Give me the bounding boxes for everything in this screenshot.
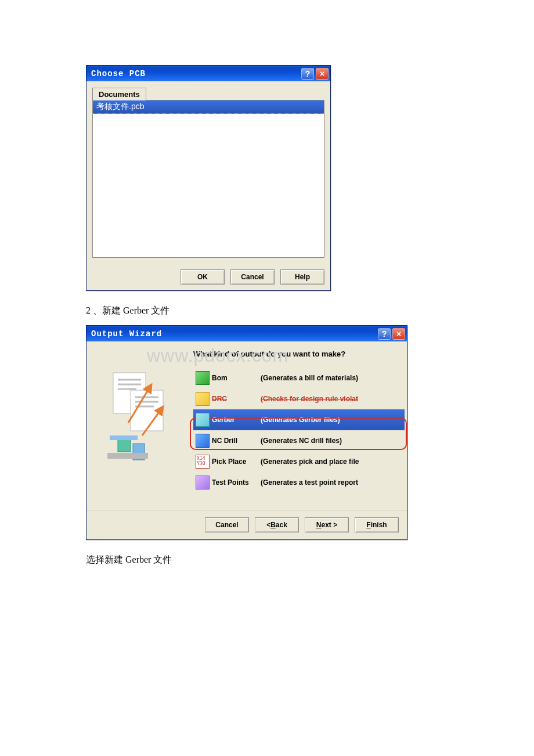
cancel-button[interactable]: Cancel xyxy=(230,269,275,285)
option-desc: (Generates pick and place file xyxy=(261,458,359,466)
option-gerber[interactable]: Gerber (Generates Gerber files) xyxy=(193,409,405,430)
next-button[interactable]: Next > xyxy=(305,517,349,532)
bom-icon xyxy=(193,371,212,385)
titlebar: Output Wizard ? × xyxy=(86,326,407,341)
option-desc: (Generates a test point report xyxy=(261,478,358,487)
titlebar: Choose PCB ? × xyxy=(86,66,330,81)
close-icon[interactable]: × xyxy=(316,68,329,80)
help-button[interactable]: Help xyxy=(280,269,324,285)
wizard-heading: What kind of output do you want to make? xyxy=(193,350,405,358)
select-gerber-text: 选择新建 Gerber 文件 xyxy=(86,554,534,566)
finish-button[interactable]: Finish xyxy=(355,517,399,532)
gerber-icon xyxy=(193,413,212,427)
ok-button[interactable]: OK xyxy=(181,269,225,285)
cancel-button[interactable]: Cancel xyxy=(205,517,249,532)
list-item[interactable]: 考核文件.pcb xyxy=(93,100,324,114)
option-desc: (Generates NC drill files) xyxy=(261,437,342,445)
dialog-title: Output Wizard xyxy=(91,329,378,339)
dialog-title: Choose PCB xyxy=(91,69,301,78)
tab-documents[interactable]: Documents xyxy=(92,88,146,100)
wizard-illustration xyxy=(86,341,193,510)
output-wizard-dialog: Output Wizard ? × xyxy=(86,325,407,540)
option-test-points[interactable]: Test Points (Generates a test point repo… xyxy=(193,472,405,493)
close-icon[interactable]: × xyxy=(392,328,405,340)
option-name: Bom xyxy=(212,374,261,382)
back-button[interactable]: < Back xyxy=(255,517,299,532)
step-2-text: 2 、新建 Gerber 文件 xyxy=(86,305,534,317)
option-bom[interactable]: Bom (Generates a bill of materials) xyxy=(193,368,405,388)
option-name: Gerber xyxy=(212,416,261,424)
help-icon[interactable]: ? xyxy=(301,68,314,80)
test-points-icon xyxy=(193,476,212,489)
choose-pcb-dialog: Choose PCB ? × Documents 考核文件.pcb OK Can… xyxy=(86,65,331,291)
drc-icon xyxy=(193,392,212,406)
help-icon[interactable]: ? xyxy=(378,328,391,340)
option-drc[interactable]: DRC (Checks for design rule violat xyxy=(193,388,405,409)
option-name: Pick Place xyxy=(212,458,261,466)
option-name: NC Drill xyxy=(212,437,261,445)
pcb-listbox[interactable]: 考核文件.pcb xyxy=(92,100,324,258)
svg-rect-12 xyxy=(107,453,148,459)
svg-rect-13 xyxy=(110,435,138,440)
option-desc: (Generates a bill of materials) xyxy=(261,374,358,382)
option-desc: (Checks for design rule violat xyxy=(261,395,358,403)
output-type-list[interactable]: Bom (Generates a bill of materials) DRC … xyxy=(193,368,405,493)
tab-strip: Documents xyxy=(92,86,324,100)
option-nc-drill[interactable]: NC Drill (Generates NC drill files) xyxy=(193,430,405,451)
nc-drill-icon xyxy=(193,434,212,448)
option-pick-place[interactable]: Pick Place (Generates pick and place fil… xyxy=(193,451,405,472)
option-desc: (Generates Gerber files) xyxy=(261,416,340,424)
option-name: DRC xyxy=(212,395,261,403)
option-name: Test Points xyxy=(212,478,261,487)
pick-place-icon xyxy=(193,455,212,469)
